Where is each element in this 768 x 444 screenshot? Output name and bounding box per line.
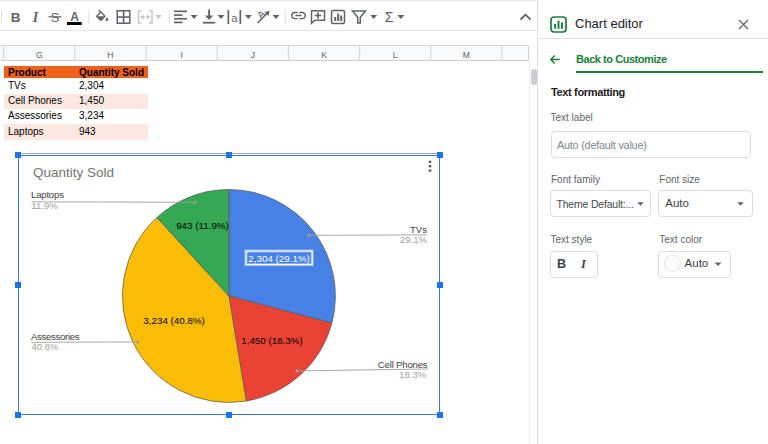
svg-text:a: a [231, 12, 238, 24]
svg-text:Laptops: Laptops [31, 189, 64, 200]
svg-text:B: B [11, 10, 21, 25]
svg-text:2,304: 2,304 [79, 80, 104, 91]
svg-text:Σ: Σ [385, 9, 394, 25]
svg-text:Cell Phones: Cell Phones [377, 358, 427, 369]
svg-text:Assessories: Assessories [8, 110, 62, 121]
svg-text:40.8%: 40.8% [31, 341, 59, 352]
svg-text:29.1%: 29.1% [399, 233, 427, 244]
svg-text:A: A [70, 10, 79, 24]
svg-text:3,234 (40.8%): 3,234 (40.8%) [143, 315, 205, 326]
svg-text:1,450 (18.3%): 1,450 (18.3%) [241, 334, 303, 345]
svg-text:Laptops: Laptops [8, 126, 44, 137]
svg-text:TVs: TVs [8, 80, 26, 91]
svg-text:Product: Product [8, 67, 46, 78]
svg-text:J: J [251, 49, 255, 59]
svg-text:18.3%: 18.3% [399, 369, 427, 380]
svg-text:A: A [254, 8, 267, 21]
svg-text:I: I [32, 10, 39, 25]
svg-text:K: K [321, 49, 327, 59]
svg-text:H: H [107, 49, 113, 59]
svg-text:3,234: 3,234 [79, 110, 104, 121]
svg-text:1,450: 1,450 [79, 95, 104, 106]
svg-text:L: L [393, 49, 398, 59]
svg-text:2,304 (29.1%): 2,304 (29.1%) [248, 252, 310, 263]
svg-text:943 (11.9%): 943 (11.9%) [176, 220, 229, 231]
svg-text:S: S [51, 10, 60, 25]
svg-text:G: G [36, 49, 43, 59]
svg-text:I: I [180, 49, 182, 59]
svg-text:Quantity Sold: Quantity Sold [32, 164, 113, 179]
svg-text:Cell Phones: Cell Phones [8, 95, 62, 106]
svg-text:Quantity Sold: Quantity Sold [79, 67, 144, 78]
svg-text:11.9%: 11.9% [31, 200, 58, 211]
svg-text:943: 943 [79, 126, 96, 137]
svg-text:M: M [463, 49, 470, 59]
